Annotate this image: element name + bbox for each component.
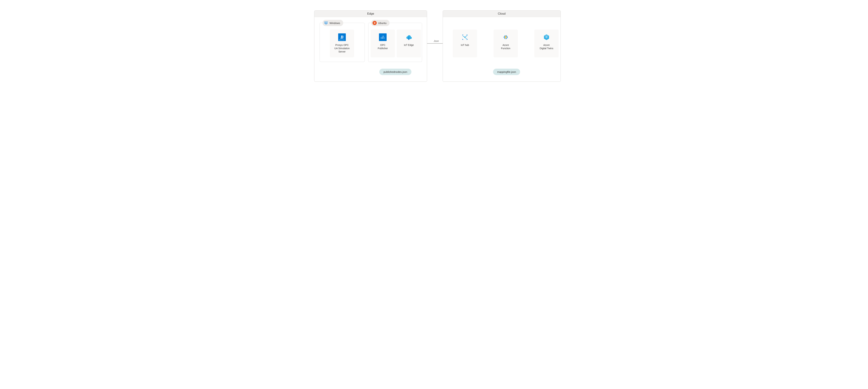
svg-rect-18 [408,38,409,40]
pill-windows: Windows [322,20,343,26]
pill-windows-label: Windows [330,22,340,25]
windows-icon [324,21,328,25]
pill-ubuntu: Ubuntu [371,20,390,26]
prosys-icon: BPROSYS ⌬ [338,33,346,41]
svg-rect-11 [326,22,327,23]
azure-digital-twins-icon [542,33,551,41]
panel-edge-title: Edge [314,10,427,17]
svg-point-16 [374,22,374,22]
svg-point-20 [408,37,409,37]
architecture-diagram: Edge Windows Ubuntu Cloud BPROS [304,7,564,90]
iot-edge-icon [405,33,413,41]
svg-rect-10 [325,22,326,23]
svg-point-14 [374,22,375,23]
iot-hub-icon [461,33,469,41]
node-prosys: BPROSYS ⌬ Prosys OPC UA Simulation Serve… [330,30,354,57]
node-azure-function: Azure Function [494,30,518,57]
node-azure-digital-twins-label: Azure Digital Twins [536,44,557,50]
svg-point-29 [546,37,547,38]
node-iot-edge: IoT Edge [397,30,421,57]
node-prosys-label: Prosys OPC UA Simulation Server [331,44,353,53]
svg-rect-7 [326,24,327,24]
file-mappingfile-label: mappingfile.json [497,71,516,73]
node-iot-hub: IoT hub [453,30,477,57]
file-mappingfile: mappingfile.json [493,69,520,75]
node-azure-function-label: Azure Function [495,44,517,50]
azure-function-icon [501,33,510,41]
svg-rect-13 [326,23,327,23]
file-publishednodes-label: publishednodes.json [383,71,407,73]
file-publishednodes: publishednodes.json [379,69,411,75]
node-azure-digital-twins: Azure Digital Twins [534,30,559,57]
arrow-json-label: Json [434,39,439,43]
opc-publisher-icon: ⟶ OPC [379,33,387,41]
svg-line-27 [465,37,466,38]
ubuntu-icon [373,21,377,25]
node-opc-publisher: ⟶ OPC OPC Publisher [371,30,395,57]
svg-rect-12 [325,23,326,23]
svg-line-26 [465,36,466,37]
svg-point-15 [375,23,376,23]
panel-cloud-title: Cloud [443,10,561,17]
pill-ubuntu-label: Ubuntu [378,22,386,25]
node-iot-edge-label: IoT Edge [398,44,420,47]
svg-point-17 [374,24,374,24]
svg-rect-8 [325,24,327,24]
node-opc-publisher-label: OPC Publisher [372,44,394,50]
node-iot-hub-label: IoT hub [454,44,476,47]
